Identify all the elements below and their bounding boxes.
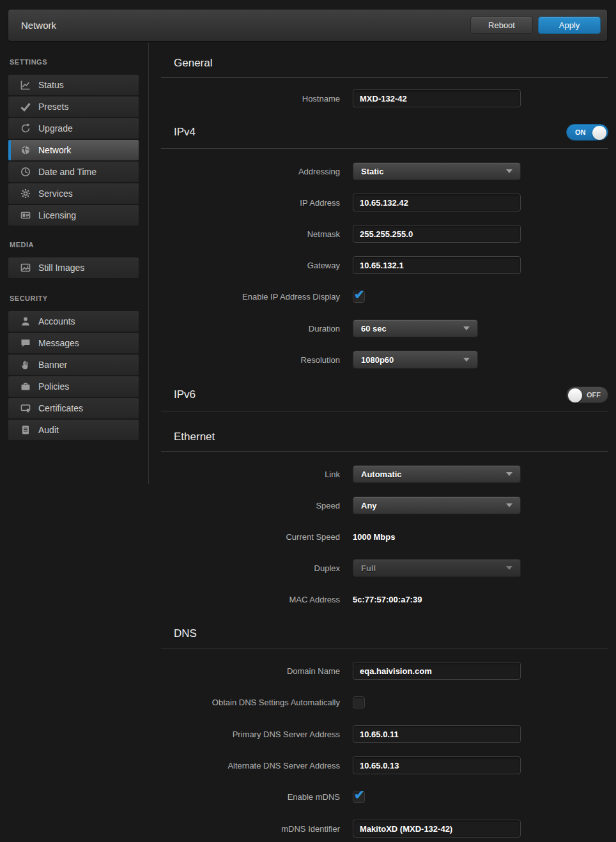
toggle-on-label: ON [575, 128, 586, 136]
duplex-value: Full [361, 563, 376, 573]
speed-value: Any [361, 501, 377, 510]
field-enable-ip-display: Enable IP Address Display [161, 291, 608, 303]
domain-name-input[interactable] [353, 662, 521, 680]
section-dns: DNS [161, 627, 608, 648]
page-title: Network [21, 20, 56, 31]
sidebar-item-status[interactable]: Status [8, 75, 139, 95]
gateway-input[interactable] [353, 256, 521, 274]
toggle-off-label: OFF [587, 391, 601, 399]
briefcase-icon [20, 381, 31, 392]
speech-bubble-icon [20, 338, 31, 349]
sidebar-item-certificates[interactable]: Certificates [8, 398, 139, 418]
primary-dns-label: Primary DNS Server Address [161, 730, 340, 739]
sidebar-item-licensing[interactable]: Licensing [8, 205, 139, 226]
mac-address-value: 5c:77:57:00:a7:39 [353, 590, 422, 608]
toggle-knob [568, 388, 582, 402]
sidebar-item-label: Network [38, 145, 71, 155]
sidebar-item-upgrade[interactable]: Upgrade [8, 118, 139, 139]
ip-address-label: IP Address [161, 198, 340, 208]
field-duplex: Duplex Full [161, 559, 608, 577]
gateway-label: Gateway [161, 261, 340, 270]
domain-name-label: Domain Name [161, 666, 340, 676]
ipv4-toggle[interactable]: ON [566, 124, 608, 141]
hand-icon [20, 360, 31, 371]
sidebar-item-label: Certificates [38, 403, 83, 413]
addressing-label: Addressing [161, 167, 340, 176]
sidebar-item-label: Banner [38, 360, 67, 370]
certificate-icon [20, 403, 31, 414]
field-domain-name: Domain Name [161, 662, 608, 680]
sidebar-item-banner[interactable]: Banner [8, 355, 139, 375]
sidebar-item-presets[interactable]: Presets [8, 96, 139, 117]
dns-title: DNS [174, 627, 197, 640]
section-ethernet: Ethernet [161, 431, 608, 452]
ip-address-input[interactable] [353, 194, 521, 211]
speed-label: Speed [161, 501, 340, 510]
addressing-dropdown[interactable]: Static [353, 162, 521, 180]
sidebar-item-still-images[interactable]: Still Images [8, 257, 139, 278]
duration-label: Duration [161, 324, 340, 333]
chevron-down-icon [506, 472, 512, 476]
netmask-input[interactable] [353, 225, 521, 243]
sidebar-item-label: Still Images [38, 263, 84, 273]
sidebar-item-services[interactable]: Services [8, 183, 139, 204]
sidebar-heading-security: SECURITY [10, 295, 139, 302]
toggle-knob [592, 126, 606, 140]
field-primary-dns: Primary DNS Server Address [161, 725, 608, 743]
general-title: General [174, 57, 212, 70]
sidebar-divider [148, 43, 149, 484]
sidebar-item-label: Status [38, 80, 64, 90]
gear-icon [20, 188, 31, 199]
link-dropdown[interactable]: Automatic [353, 465, 521, 483]
sidebar-item-label: Licensing [38, 210, 76, 220]
chevron-down-icon [506, 503, 512, 507]
sidebar-item-network[interactable]: Network [8, 140, 139, 160]
sidebar-heading-media: MEDIA [10, 241, 139, 249]
sidebar-item-label: Services [38, 188, 73, 199]
ipv6-toggle[interactable]: OFF [566, 387, 608, 403]
duplex-dropdown[interactable]: Full [353, 559, 521, 577]
sidebar: SETTINGS Status Presets Upgrade Network … [8, 53, 139, 441]
sidebar-item-policies[interactable]: Policies [8, 376, 139, 397]
primary-dns-input[interactable] [353, 725, 521, 743]
reboot-button[interactable]: Reboot [470, 17, 533, 34]
header-bar: Network Reboot Apply [8, 10, 607, 41]
chevron-down-icon [506, 169, 512, 173]
refresh-icon [20, 123, 31, 134]
duration-dropdown[interactable]: 60 sec [353, 319, 478, 337]
hostname-label: Hostname [161, 94, 340, 103]
mdns-identifier-input[interactable] [353, 820, 521, 838]
resolution-dropdown[interactable]: 1080p60 [353, 351, 478, 369]
ethernet-title: Ethernet [174, 431, 215, 443]
field-speed: Speed Any [161, 496, 608, 514]
field-alternate-dns: Alternate DNS Server Address [161, 756, 608, 774]
sidebar-item-messages[interactable]: Messages [8, 333, 139, 353]
header-actions: Reboot Apply [470, 17, 601, 34]
sidebar-item-label: Upgrade [38, 123, 73, 134]
sidebar-item-date-and-time[interactable]: Date and Time [8, 162, 139, 182]
enable-ip-display-checkbox[interactable] [353, 291, 365, 303]
link-value: Automatic [361, 470, 402, 479]
duration-value: 60 sec [361, 324, 387, 333]
sidebar-item-audit[interactable]: Audit [8, 420, 139, 440]
sidebar-heading-settings: SETTINGS [10, 58, 139, 66]
section-ipv6: IPv6 OFF [161, 387, 608, 411]
person-icon [20, 316, 31, 327]
enable-mdns-checkbox[interactable] [353, 791, 365, 803]
alternate-dns-input[interactable] [353, 756, 521, 774]
mdns-identifier-label: mDNS Identifier [161, 824, 340, 834]
field-current-speed: Current Speed 1000 Mbps [161, 528, 608, 546]
hostname-input[interactable] [353, 89, 521, 107]
field-addressing: Addressing Static [161, 162, 608, 180]
apply-button[interactable]: Apply [538, 17, 601, 34]
globe-icon [20, 145, 31, 156]
sidebar-item-label: Messages [38, 338, 79, 348]
obtain-dns-auto-checkbox[interactable] [353, 696, 365, 708]
speed-dropdown[interactable]: Any [353, 496, 521, 514]
field-duration: Duration 60 sec [161, 319, 608, 337]
document-icon [20, 425, 31, 436]
field-mdns-identifier: mDNS Identifier [161, 820, 608, 838]
sidebar-item-accounts[interactable]: Accounts [8, 311, 139, 332]
field-gateway: Gateway [161, 256, 608, 274]
current-speed-label: Current Speed [161, 532, 340, 542]
